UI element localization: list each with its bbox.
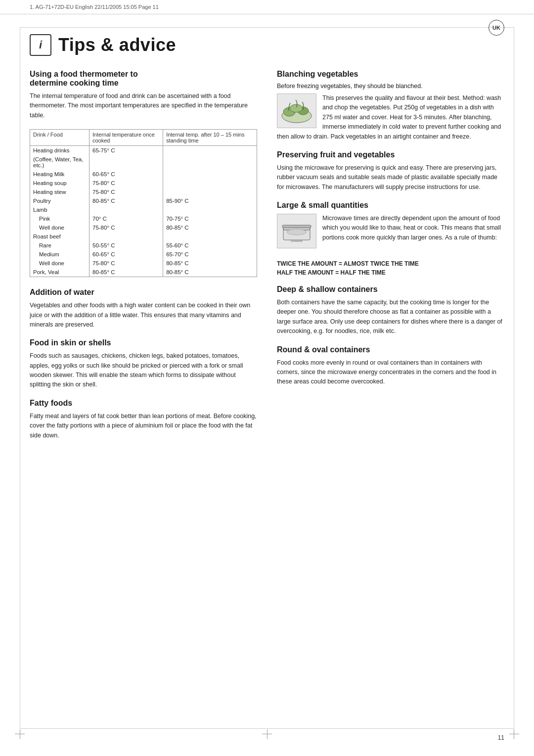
blanching-svg xyxy=(279,96,314,126)
header-text: 1. AG-71+72D-EU English 22/11/2005 15:05… xyxy=(30,4,159,10)
page-title-block: i Tips & advice xyxy=(30,34,504,56)
table-cell-internal xyxy=(89,205,163,214)
section-title-deep-shallow: Deep & shallow containers xyxy=(277,285,504,294)
blanching-image xyxy=(277,94,316,128)
section-title-blanching: Blanching vegetables xyxy=(277,70,504,79)
section-preserving: Preserving fruit and vegetables Using th… xyxy=(277,150,504,192)
table-row: Medium60-65° C65-70° C xyxy=(30,250,257,259)
svg-point-7 xyxy=(287,229,307,235)
crosshair-v-bl xyxy=(20,729,20,739)
svg-point-3 xyxy=(290,104,303,112)
bottom-border xyxy=(20,728,514,729)
table-cell-internal: 80-85° C xyxy=(89,196,163,205)
table-cell-food: Poultry xyxy=(30,196,89,205)
table-cell-standing xyxy=(163,188,257,196)
section-title-water: Addition of water xyxy=(30,288,257,297)
table-cell-internal: 75-80° C xyxy=(89,179,163,188)
table-cell-standing: 85-90° C xyxy=(163,196,257,205)
table-cell-internal: 60-65° C xyxy=(89,250,163,259)
crosshair-v-br xyxy=(514,729,514,739)
table-row: Heating stew75-80° C xyxy=(30,188,257,196)
table-cell-food: Rare xyxy=(30,241,89,250)
table-cell-food: Heating drinks xyxy=(30,146,89,155)
table-cell-food: Well done xyxy=(30,259,89,268)
table-cell-food: Pork, Veal xyxy=(30,268,89,277)
uk-badge: UK xyxy=(489,20,504,36)
two-column-layout: Using a food thermometer todetermine coo… xyxy=(30,70,504,449)
section-title-preserving: Preserving fruit and vegetables xyxy=(277,150,504,159)
section-body-preserving: Using the microwave for preserving is qu… xyxy=(277,163,504,192)
table-row: Pork, Veal80-85° C80-85° C xyxy=(30,268,257,277)
section-addition-water: Addition of water Vegetables and other f… xyxy=(30,288,257,330)
section-quantities: Large & small quantities container xyxy=(277,201,504,276)
section-food-thermometer: Using a food thermometer todetermine coo… xyxy=(30,70,257,120)
table-cell-food: Heating Milk xyxy=(30,170,89,179)
table-row: Roast beef xyxy=(30,232,257,241)
table-cell-standing: 70-75° C xyxy=(163,214,257,223)
table-cell-food: Medium xyxy=(30,250,89,259)
table-cell-standing: 80-85° C xyxy=(163,259,257,268)
table-row: Well done75-80° C80-85° C xyxy=(30,223,257,232)
quantities-float: container Microwave times are directly d… xyxy=(277,214,504,251)
table-row: Lamb xyxy=(30,205,257,214)
svg-text:container: container xyxy=(291,239,303,242)
section-title-skin: Food in skin or shells xyxy=(30,338,257,347)
page-number: 11 xyxy=(498,734,504,741)
quantities-svg: container xyxy=(279,216,314,246)
main-content: i Tips & advice Using a food thermometer… xyxy=(0,14,534,479)
table-cell-internal: 80-85° C xyxy=(89,268,163,277)
left-column: Using a food thermometer todetermine coo… xyxy=(30,70,257,449)
table-cell-internal: 75-80° C xyxy=(89,259,163,268)
table-row: Rare50-55° C55-60° C xyxy=(30,241,257,250)
table-row: Well done75-80° C80-85° C xyxy=(30,259,257,268)
section-title-fatty: Fatty foods xyxy=(30,399,257,408)
right-column: Blanching vegetables Before freezing veg… xyxy=(277,70,504,449)
section-blanching: Blanching vegetables Before freezing veg… xyxy=(277,70,504,142)
section-body-skin: Foods such as sausages, chickens, chicke… xyxy=(30,351,257,390)
page-wrapper: 1. AG-71+72D-EU English 22/11/2005 15:05… xyxy=(0,0,534,756)
section-body-round-oval: Food cooks more evenly in round or oval … xyxy=(277,358,504,387)
section-title-quantities: Large & small quantities xyxy=(277,201,504,210)
section-title-thermometer: Using a food thermometer todetermine coo… xyxy=(30,70,257,88)
thumb-rule-1: TWICE THE AMOUNT = ALMOST TWICE THE TIME xyxy=(277,260,504,267)
table-cell-food: Heating soup xyxy=(30,179,89,188)
table-cell-standing: 55-60° C xyxy=(163,241,257,250)
table-cell-internal: 75-80° C xyxy=(89,188,163,196)
table-cell-internal: 60-65° C xyxy=(89,170,163,179)
section-round-oval: Round & oval containers Food cooks more … xyxy=(277,345,504,387)
thumb-rule-2: HALF THE AMOUNT = HALF THE TIME xyxy=(277,269,504,276)
section-title-round-oval: Round & oval containers xyxy=(277,345,504,354)
table-cell-standing xyxy=(163,205,257,214)
table-cell-internal: 65-75° C xyxy=(89,146,163,155)
table-row: Pink70° C70-75° C xyxy=(30,214,257,223)
table-cell-internal xyxy=(89,155,163,170)
section-food-skin: Food in skin or shells Foods such as sau… xyxy=(30,338,257,390)
table-cell-standing xyxy=(163,179,257,188)
table-cell-standing: 80-85° C xyxy=(163,223,257,232)
section-body-deep-shallow: Both containers have the same capacity, … xyxy=(277,298,504,336)
table-header-internal: Internal temperature once cooked xyxy=(89,130,163,146)
top-border xyxy=(20,27,514,28)
table-row: Poultry80-85° C85-90° C xyxy=(30,196,257,205)
temperature-table: Drink / Food Internal temperature once c… xyxy=(30,129,257,277)
table-cell-standing xyxy=(163,232,257,241)
table-cell-standing xyxy=(163,146,257,155)
section-body-thermometer: The internal temperature of food and dri… xyxy=(30,92,257,120)
left-border xyxy=(20,27,20,729)
header-strip: 1. AG-71+72D-EU English 22/11/2005 15:05… xyxy=(0,0,534,14)
table-header-standing: Internal temp. after 10 – 15 mins standi… xyxy=(163,130,257,146)
table-cell-food: Heating stew xyxy=(30,188,89,196)
table-cell-internal xyxy=(89,232,163,241)
table-cell-standing: 80-85° C xyxy=(163,268,257,277)
svg-rect-6 xyxy=(282,225,311,228)
table-cell-food: (Coffee, Water, Tea, etc.) xyxy=(30,155,89,170)
table-cell-standing: 65-70° C xyxy=(163,250,257,259)
title-icon: i xyxy=(30,34,51,56)
table-cell-food: Roast beef xyxy=(30,232,89,241)
table-header-food: Drink / Food xyxy=(30,130,89,146)
blanching-intro: Before freezing vegetables, they should … xyxy=(277,83,504,90)
quantities-image: container xyxy=(277,214,316,248)
blanching-float: This preserves the quality and flavour a… xyxy=(277,94,504,142)
table-cell-internal: 75-80° C xyxy=(89,223,163,232)
table-cell-internal: 70° C xyxy=(89,214,163,223)
